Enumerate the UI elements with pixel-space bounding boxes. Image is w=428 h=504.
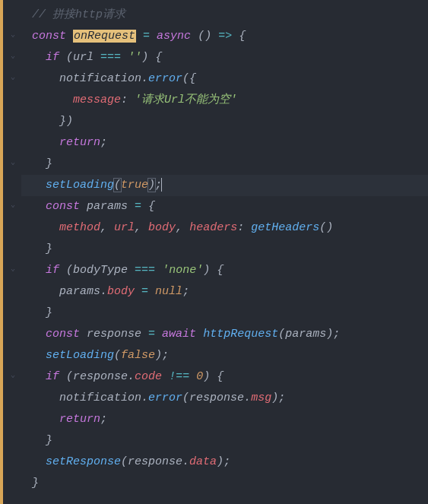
code-line[interactable]: } xyxy=(21,154,428,175)
variable: url xyxy=(73,51,94,64)
fold-icon[interactable]: ⌄ xyxy=(9,201,17,209)
punctuation: , xyxy=(176,221,182,234)
brace: } xyxy=(59,115,66,128)
punctuation: ( xyxy=(121,455,128,468)
code-line[interactable]: const onRequest = async () => { xyxy=(21,26,428,47)
function-call: getHeaders xyxy=(251,221,319,234)
number: 0 xyxy=(196,370,203,383)
code-line[interactable]: setResponse(response.data); xyxy=(21,452,428,473)
code-line[interactable]: setLoading(false); xyxy=(21,345,428,366)
punctuation: ( xyxy=(66,51,73,64)
keyword: await xyxy=(162,328,196,341)
fold-icon[interactable]: ⌄ xyxy=(9,372,17,379)
fold-icon[interactable]: ⌄ xyxy=(9,31,17,39)
keyword: if xyxy=(46,51,59,64)
code-line-current[interactable]: setLoading(true); xyxy=(21,175,428,196)
object: notification xyxy=(59,391,141,404)
punctuation: ) xyxy=(217,455,224,468)
code-line[interactable]: } xyxy=(21,303,428,324)
function-call: setResponse xyxy=(46,455,121,468)
operator: => xyxy=(218,30,232,43)
code-line[interactable]: const params = { xyxy=(21,196,428,217)
brace: { xyxy=(217,264,224,277)
property: url xyxy=(114,221,135,234)
punctuation: ( xyxy=(278,328,285,341)
keyword: const xyxy=(46,200,80,213)
punctuation: ) xyxy=(326,328,333,341)
property: body xyxy=(148,221,176,234)
fold-icon[interactable]: ⌄ xyxy=(9,265,17,273)
code-line[interactable]: }) xyxy=(21,111,428,132)
code-line[interactable]: if (url === '') { xyxy=(21,47,428,68)
keyword: const xyxy=(32,30,66,43)
object: params xyxy=(59,285,100,298)
brace: { xyxy=(239,30,246,43)
property: code xyxy=(135,370,162,383)
null-literal: null xyxy=(155,285,182,298)
code-line[interactable]: method, url, body, headers: getHeaders() xyxy=(21,217,428,239)
function-call: setLoading xyxy=(46,349,114,362)
code-line[interactable]: message: '请求Url不能为空' xyxy=(21,90,428,111)
property: headers xyxy=(189,221,237,234)
punctuation: ; xyxy=(162,349,169,362)
punctuation: ) xyxy=(203,264,210,277)
code-line[interactable]: notification.error(response.msg); xyxy=(21,388,428,409)
method: error xyxy=(148,391,182,404)
variable: response xyxy=(87,328,141,341)
code-line[interactable]: return; xyxy=(21,409,428,430)
modified-indicator xyxy=(0,0,3,504)
punctuation: ( xyxy=(182,72,189,85)
punctuation: ; xyxy=(333,328,340,341)
punctuation: ; xyxy=(182,285,189,298)
punctuation: ( xyxy=(182,391,189,404)
object: response xyxy=(189,391,244,404)
keyword: if xyxy=(46,370,59,383)
punctuation: : xyxy=(121,94,128,106)
code-line[interactable]: if (response.code !== 0) { xyxy=(21,366,428,388)
fold-icon[interactable]: ⌄ xyxy=(9,74,17,81)
variable: bodyType xyxy=(73,264,128,277)
fold-icon[interactable]: ⌄ xyxy=(9,159,17,166)
punctuation: ) xyxy=(141,51,148,64)
brace: { xyxy=(189,72,196,85)
code-line[interactable]: } xyxy=(21,473,428,494)
punctuation: () xyxy=(319,221,333,234)
editor-gutter: ⌄ ⌄ ⌄ ⌄ ⌄ ⌄ ⌄ xyxy=(0,0,21,504)
code-line[interactable]: params.body = null; xyxy=(21,281,428,303)
operator: = xyxy=(141,285,148,298)
code-line[interactable]: if (bodyType === 'none') { xyxy=(21,260,428,281)
fold-icon[interactable]: ⌄ xyxy=(9,52,17,60)
brace: } xyxy=(46,306,52,319)
brace: } xyxy=(46,434,52,447)
code-line[interactable]: return; xyxy=(21,132,428,154)
string: '' xyxy=(128,51,141,64)
keyword: return xyxy=(59,136,100,149)
property: method xyxy=(59,221,100,234)
code-line[interactable]: // 拼接http请求 xyxy=(21,5,428,26)
boolean: false xyxy=(121,349,155,362)
operator: === xyxy=(135,264,155,277)
punctuation: ; xyxy=(224,455,230,468)
punctuation: ; xyxy=(278,391,285,404)
code-content[interactable]: // 拼接http请求 const onRequest = async () =… xyxy=(21,0,428,504)
punctuation: ( xyxy=(66,370,73,383)
punctuation: ( xyxy=(66,264,73,277)
code-line[interactable]: } xyxy=(21,239,428,260)
brace: { xyxy=(148,200,155,213)
method: error xyxy=(148,72,182,85)
code-editor[interactable]: ⌄ ⌄ ⌄ ⌄ ⌄ ⌄ ⌄ // 拼接http请求 const onReques… xyxy=(0,0,428,504)
punctuation: . xyxy=(244,391,251,404)
keyword: async xyxy=(157,30,191,43)
argument: params xyxy=(285,328,326,341)
punctuation: ) xyxy=(271,391,278,404)
object: response xyxy=(128,455,182,468)
code-line[interactable]: notification.error({ xyxy=(21,68,428,90)
comment-text: // 拼接http请求 xyxy=(32,8,125,21)
punctuation: , xyxy=(135,221,141,234)
operator: = xyxy=(135,200,141,213)
code-line[interactable]: } xyxy=(21,430,428,452)
punctuation: . xyxy=(100,285,107,298)
punctuation: . xyxy=(141,391,148,404)
highlighted-identifier: onRequest xyxy=(73,30,136,43)
code-line[interactable]: const response = await httpRequest(param… xyxy=(21,324,428,345)
